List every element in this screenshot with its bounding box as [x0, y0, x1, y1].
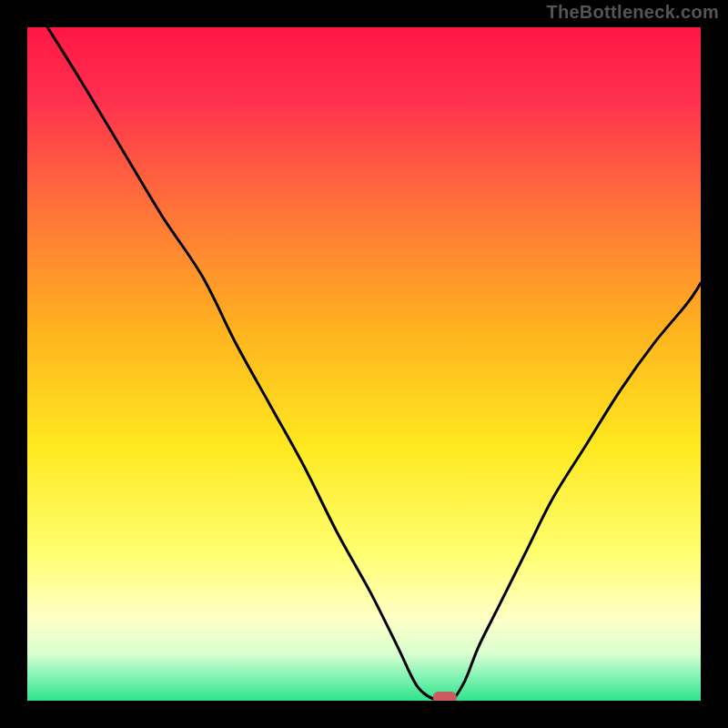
attribution-text: TheBottleneck.com — [546, 2, 719, 23]
optimal-marker — [433, 692, 457, 701]
chart-container: TheBottleneck.com — [0, 0, 728, 728]
bottleneck-chart — [27, 27, 701, 701]
chart-background — [27, 27, 701, 701]
